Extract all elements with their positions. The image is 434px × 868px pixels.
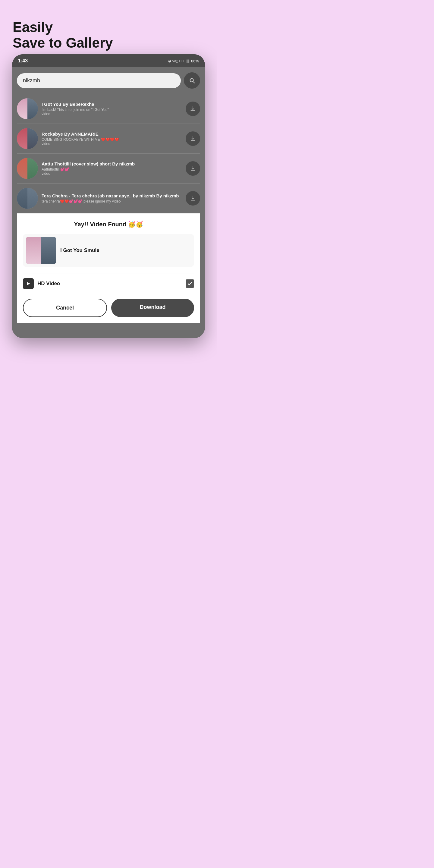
thumb-right-4	[27, 188, 38, 209]
tagline-line1: Easily	[13, 20, 113, 35]
download-icon-4	[190, 195, 196, 201]
svg-rect-3	[191, 200, 195, 201]
video-title-1: I Got You By BebeRexha	[41, 101, 182, 107]
found-video-thumb	[26, 237, 56, 264]
hd-checkbox[interactable]	[186, 279, 194, 288]
play-icon	[26, 281, 31, 286]
svg-marker-4	[27, 282, 30, 285]
search-icon	[189, 77, 195, 84]
thumb-left-4	[17, 188, 27, 209]
video-type-2: video	[41, 142, 182, 146]
download-icon-1	[190, 106, 196, 112]
tagline-line2: Save to Gallery	[13, 35, 113, 51]
thumb-left-1	[17, 98, 27, 119]
video-item-1: I Got You By BebeRexha I'm back! This ti…	[17, 94, 200, 124]
battery-icon: 86%	[191, 59, 199, 63]
checkmark-icon	[187, 281, 193, 286]
thumb-right-3	[27, 158, 38, 179]
search-bar-container	[17, 72, 200, 89]
video-desc-2: COME SING ROCKABYE WITH ME ❤️❤️❤️❤️	[41, 137, 182, 142]
action-buttons: Cancel Download	[23, 294, 194, 323]
cancel-button[interactable]: Cancel	[23, 299, 107, 317]
play-icon-box	[23, 278, 34, 289]
video-title-3: Aattu Thottilil (cover slow) short By ni…	[41, 161, 182, 166]
download-icon-2	[190, 135, 196, 142]
video-item-3: Aattu Thottilil (cover slow) short By ni…	[17, 154, 200, 184]
svg-rect-0	[191, 110, 195, 111]
thumb-right-2	[27, 128, 38, 149]
video-desc-1: I'm back! This time, join me on "I Got Y…	[41, 107, 182, 112]
signal-icon: ◕ Vo)) LTE	[168, 59, 185, 63]
video-item-2: Rockabye By ANNEMARIE COME SING ROCKABYE…	[17, 124, 200, 154]
hd-video-row: HD Video	[23, 273, 194, 294]
thumb-right-1	[27, 98, 38, 119]
svg-rect-1	[191, 140, 195, 141]
download-btn-4[interactable]	[186, 191, 200, 206]
video-info-1: I Got You By BebeRexha I'm back! This ti…	[41, 101, 182, 116]
bottom-sheet: Yay!! Video Found 🥳🥳 I Got You Smule	[17, 213, 200, 323]
download-icon-3	[190, 165, 196, 172]
video-thumbnail-4	[17, 188, 38, 209]
video-thumbnail-2	[17, 128, 38, 149]
status-bar: 1:43 ◕ Vo)) LTE ∥∥ 86%	[12, 54, 205, 67]
video-info-4: Tera Chehra - Tera chehra jab nazar aaye…	[41, 193, 182, 204]
thumb-left-3	[17, 158, 27, 179]
download-btn-2[interactable]	[186, 131, 200, 146]
video-thumbnail-1	[17, 98, 38, 119]
hd-label: HD Video	[37, 281, 60, 287]
svg-rect-2	[191, 170, 195, 171]
video-type-1: video	[41, 112, 182, 116]
page-background: Easily Save to Gallery 1:43 ◕ Vo)) LTE ∥…	[0, 0, 217, 434]
video-title-4: Tera Chehra - Tera chehra jab nazar aaye…	[41, 193, 182, 198]
video-type-3: video	[41, 172, 182, 176]
video-thumbnail-3	[17, 158, 38, 179]
status-icons: ◕ Vo)) LTE ∥∥ 86%	[168, 59, 199, 63]
video-title-2: Rockabye By ANNEMARIE	[41, 131, 182, 136]
found-video-card: I Got You Smule	[23, 234, 194, 267]
video-desc-4: tera chehra❤️❤️💕💕💕 please ignore my vide…	[41, 199, 182, 204]
download-btn-3[interactable]	[186, 161, 200, 176]
hd-video-left: HD Video	[23, 278, 60, 289]
download-button[interactable]: Download	[111, 299, 194, 317]
tagline: Easily Save to Gallery	[13, 20, 113, 51]
thumb-left-2	[17, 128, 27, 149]
video-info-3: Aattu Thottilil (cover slow) short By ni…	[41, 161, 182, 176]
found-video-title: I Got You Smule	[60, 247, 99, 253]
download-btn-1[interactable]	[186, 101, 200, 116]
app-content: I Got You By BebeRexha I'm back! This ti…	[12, 67, 205, 338]
video-item-4: Tera Chehra - Tera chehra jab nazar aaye…	[17, 184, 200, 213]
search-input[interactable]	[17, 73, 181, 88]
found-thumb-left	[26, 237, 41, 264]
signal-icon2: ∥∥	[186, 59, 190, 63]
video-desc-3: Aattuthottilil💕💕	[41, 167, 182, 172]
found-thumb-right	[41, 237, 56, 264]
search-button[interactable]	[184, 72, 200, 89]
phone-mockup: 1:43 ◕ Vo)) LTE ∥∥ 86%	[12, 54, 205, 338]
status-time: 1:43	[18, 58, 28, 64]
bottom-sheet-title: Yay!! Video Found 🥳🥳	[23, 221, 194, 228]
video-info-2: Rockabye By ANNEMARIE COME SING ROCKABYE…	[41, 131, 182, 146]
